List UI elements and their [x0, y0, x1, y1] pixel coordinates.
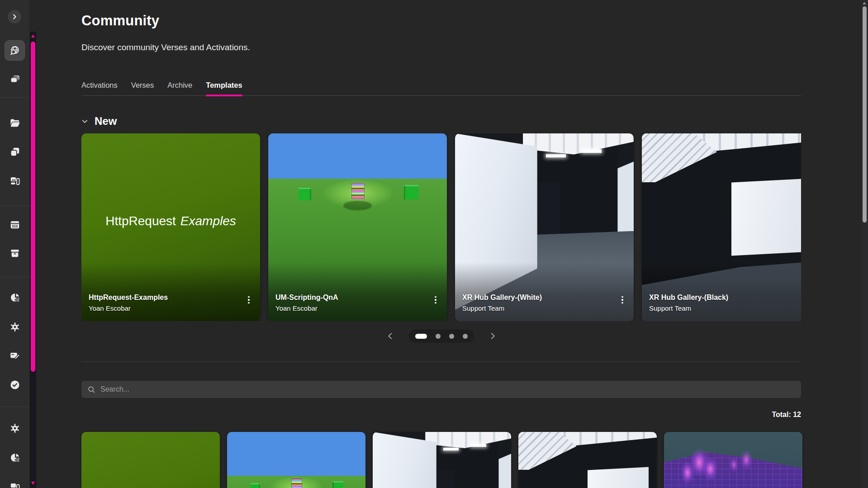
- card-um-scripting-qna[interactable]: UM-Scripting-QnA Yoan Escobar: [268, 133, 447, 321]
- pie-chart-icon: [9, 292, 21, 303]
- nav-analytics-2-button[interactable]: [9, 452, 21, 464]
- globe-search-icon: [9, 45, 21, 57]
- nav-settings-2-button[interactable]: [9, 422, 21, 434]
- sidebar-divider: [0, 407, 29, 407]
- community-page: { "colors": { "accent_pink": "#ee0b9c", …: [0, 0, 868, 488]
- folder-open-icon: [9, 117, 21, 129]
- tab-activations[interactable]: Activations: [81, 81, 118, 95]
- nav-globe-search-button[interactable]: [9, 45, 21, 57]
- layers-icon: [9, 146, 21, 158]
- sidebar-scrollbar-thumb[interactable]: [31, 42, 35, 372]
- sidebar: [0, 0, 29, 488]
- page-title: Community: [81, 13, 159, 29]
- card-author: Support Team: [649, 304, 799, 312]
- tab-verses[interactable]: Verses: [131, 81, 154, 95]
- image-device-icon: [9, 175, 21, 187]
- chevron-right-icon: [488, 331, 498, 341]
- carousel-dot-1[interactable]: [415, 334, 427, 339]
- card-menu-button[interactable]: [243, 293, 255, 307]
- sidebar-scrollbar-down-arrow[interactable]: [31, 482, 35, 485]
- all-templates-row: [81, 432, 802, 488]
- card-author: Yoan Escobar: [275, 304, 425, 312]
- tab-bar: Activations Verses Archive Templates: [81, 81, 801, 96]
- carousel-dot-4[interactable]: [463, 334, 468, 339]
- calendar-icon: [9, 219, 21, 231]
- carousel-next-button[interactable]: [487, 330, 498, 342]
- card-thumbnail: [81, 432, 220, 488]
- card-xr-hub-gallery-white[interactable]: XR Hub Gallery-(White) Support Team: [455, 133, 634, 321]
- card-author: Support Team: [462, 304, 612, 312]
- card-title: XR Hub Gallery-(Black): [649, 293, 799, 303]
- card-thumbnail: [518, 432, 657, 488]
- nav-window-stack-button[interactable]: [9, 73, 21, 85]
- search-icon: [87, 385, 96, 394]
- grid-card-gallery-white[interactable]: [373, 432, 511, 488]
- chevron-right-icon: [10, 13, 19, 21]
- search-input[interactable]: [100, 385, 796, 394]
- card-title: UM-Scripting-QnA: [275, 293, 425, 303]
- search-bar: [81, 381, 801, 398]
- sidebar-divider: [0, 97, 29, 98]
- grid-card-grass-sky[interactable]: [227, 432, 365, 488]
- grid-card-vaporwave[interactable]: [664, 432, 802, 488]
- chevron-left-icon: [385, 331, 395, 341]
- grid-card-green-field[interactable]: [81, 432, 220, 488]
- grid-card-gallery-black[interactable]: [518, 432, 657, 488]
- tab-templates[interactable]: Templates: [206, 81, 242, 95]
- nav-approvals-button[interactable]: [9, 379, 21, 391]
- tab-archive[interactable]: Archive: [167, 81, 192, 95]
- sidebar-divider: [0, 277, 29, 277]
- results-total: Total: 12: [81, 411, 801, 419]
- check-circle-icon: [9, 379, 21, 391]
- nav-settings-button[interactable]: [9, 321, 21, 333]
- chevron-down-icon: [81, 117, 89, 126]
- nav-image-device-2-button[interactable]: [9, 481, 21, 488]
- section-header-new[interactable]: New: [81, 115, 117, 128]
- featured-template-row: HttpRequestExamples HttpRequest-Examples…: [81, 133, 801, 321]
- gear-icon: [9, 321, 21, 333]
- nav-card-edit-button[interactable]: [9, 350, 21, 361]
- page-subtitle: Discover community Verses and Activation…: [81, 43, 250, 52]
- card-thumbnail: [373, 432, 511, 488]
- section-divider: [81, 361, 801, 362]
- nav-folder-button[interactable]: [9, 117, 21, 129]
- archive-box-icon: [9, 247, 21, 259]
- window-scrollbar-up-arrow[interactable]: [863, 2, 866, 5]
- nav-calendar-button[interactable]: [9, 219, 21, 231]
- gear-icon: [9, 422, 21, 434]
- carousel-prev-button[interactable]: [384, 330, 396, 342]
- card-httprequest-examples[interactable]: HttpRequestExamples HttpRequest-Examples…: [81, 133, 260, 321]
- card-title: HttpRequest-Examples: [89, 293, 238, 303]
- carousel-dot-2[interactable]: [436, 334, 441, 339]
- card-edit-icon: [9, 350, 21, 361]
- card-menu-button[interactable]: [617, 293, 628, 307]
- section-title: New: [95, 115, 117, 128]
- card-author: Yoan Escobar: [89, 304, 238, 312]
- pie-chart-icon: [9, 452, 21, 464]
- card-menu-button[interactable]: [430, 293, 441, 307]
- sidebar-scrollbar-up-arrow[interactable]: [31, 34, 35, 38]
- carousel-dot-3[interactable]: [449, 334, 454, 339]
- card-xr-hub-gallery-black[interactable]: XR Hub Gallery-(Black) Support Team: [642, 133, 801, 321]
- carousel-controls: [81, 329, 801, 343]
- card-thumbnail: [227, 432, 365, 488]
- window-scrollbar-thumb[interactable]: [863, 6, 867, 223]
- nav-layers-button[interactable]: [9, 146, 21, 158]
- expand-sidebar-button[interactable]: [8, 10, 21, 24]
- carousel-dots: [409, 329, 474, 343]
- nav-archive-button[interactable]: [9, 247, 21, 259]
- card-title: XR Hub Gallery-(White): [462, 293, 612, 303]
- image-device-icon: [9, 481, 21, 488]
- sidebar-divider: [0, 206, 29, 206]
- card-thumbnail: [664, 432, 802, 488]
- nav-image-device-button[interactable]: [9, 175, 21, 187]
- window-stack-icon: [9, 73, 21, 85]
- nav-analytics-button[interactable]: [9, 292, 21, 303]
